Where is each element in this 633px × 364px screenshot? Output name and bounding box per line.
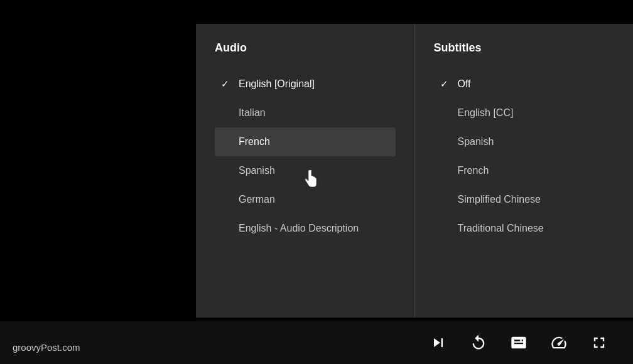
fullscreen-button[interactable] (590, 334, 608, 351)
check-icon-off: ✓ (440, 78, 453, 90)
audio-title: Audio (215, 41, 396, 55)
audio-item-english-original[interactable]: ✓ English [Original] (215, 70, 396, 99)
audio-item-french[interactable]: French (215, 127, 396, 156)
subtitle-item-off[interactable]: ✓ Off (434, 70, 615, 99)
subtitle-item-english-cc[interactable]: English [CC] (434, 99, 615, 127)
controls-bar (0, 321, 633, 364)
subtitle-item-spanish[interactable]: Spanish (434, 127, 615, 156)
av-panel: Audio ✓ English [Original] Italian Frenc… (196, 24, 633, 318)
subtitle-item-traditional-chinese[interactable]: Traditional Chinese (434, 214, 615, 243)
audio-item-german[interactable]: German (215, 185, 396, 214)
subtitle-item-simplified-chinese[interactable]: Simplified Chinese (434, 185, 615, 214)
loop-button[interactable] (470, 334, 487, 351)
audio-item-spanish[interactable]: Spanish (215, 156, 396, 185)
watermark: groovyPost.com (13, 342, 80, 353)
audio-item-italian[interactable]: Italian (215, 99, 396, 127)
subtitle-item-french[interactable]: French (434, 156, 615, 185)
check-icon-english-original: ✓ (221, 78, 234, 90)
speed-button[interactable] (550, 334, 568, 351)
skip-next-button[interactable] (430, 334, 447, 351)
audio-panel: Audio ✓ English [Original] Italian Frenc… (196, 24, 415, 318)
audio-item-audio-desc[interactable]: English - Audio Description (215, 214, 396, 243)
subtitles-title: Subtitles (434, 41, 615, 55)
subtitles-panel: Subtitles ✓ Off English [CC] Spanish Fre… (415, 24, 634, 318)
subtitles-button[interactable] (510, 334, 528, 351)
